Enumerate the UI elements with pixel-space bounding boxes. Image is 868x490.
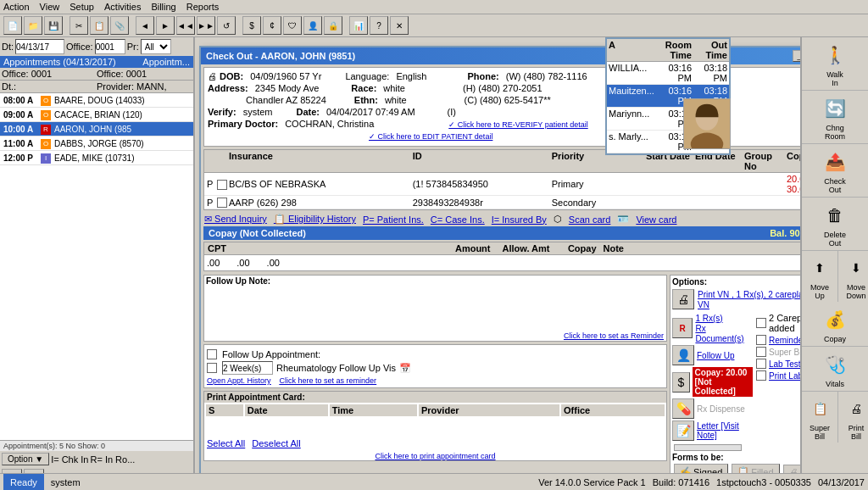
followup-calendar-icon[interactable]: 📅 — [399, 363, 411, 374]
menu-activities[interactable]: Activities — [104, 2, 141, 12]
phone-c: (C) (480) 625-5417** — [465, 95, 551, 105]
dt-input[interactable] — [15, 39, 64, 54]
appt-row-selected[interactable]: 10:00 A R AARON, JOHN (985 — [0, 122, 193, 136]
menu-reports[interactable]: Reports — [186, 2, 220, 12]
insurance-row-2[interactable]: P AARP (626) 298 2938493284938r Secondar… — [204, 196, 800, 209]
toolbar-chart[interactable]: 📊 — [349, 16, 368, 35]
case-ins-link[interactable]: C= Case Ins. — [431, 214, 485, 225]
print-bill-action[interactable]: 🖨 PrintBill — [838, 392, 868, 443]
room-row[interactable]: WILLIA... 03:16 PM 03:18 PM — [607, 62, 729, 85]
set-reminder-link-2[interactable]: Click here to set as reminder — [280, 376, 377, 385]
move-up-action[interactable]: ⬆ MoveUp — [802, 251, 838, 302]
toolbar-lock[interactable]: 🔒 — [324, 16, 342, 35]
toolbar-copy[interactable]: 📋 — [90, 16, 108, 35]
toolbar-dollar[interactable]: $ — [242, 16, 261, 35]
opt-print-vn-row: 🖨 Print VN , 1 Rx(s), 2 careplan(s) Fax … — [672, 289, 800, 309]
toolbar-shield[interactable]: 🛡 — [283, 16, 302, 35]
toolbar-x[interactable]: ✕ — [390, 16, 409, 35]
edit-link[interactable]: ✓ Click here to EDIT PATIENT detail — [369, 132, 492, 141]
superbill-cb[interactable] — [756, 347, 766, 357]
pr-label: Pr: — [127, 42, 139, 52]
vitals-action[interactable]: 🩺 Vitals — [802, 347, 868, 392]
appt-status-indicator: I — [41, 152, 53, 164]
rx-link[interactable]: 1 Rx(s) — [695, 314, 722, 323]
scan-card-link[interactable]: Scan card — [569, 214, 611, 225]
delete-action[interactable]: 🗑 DeleteOut — [802, 198, 868, 251]
send-inquiry-link[interactable]: ✉ Send Inquiry — [204, 214, 267, 225]
followup-note-box: Follow Up Note: Click here to set as Rem… — [203, 275, 667, 342]
select-all-link[interactable]: Select All — [207, 438, 245, 448]
eligibility-history-link[interactable]: 📋 Eligibility History — [274, 214, 356, 225]
labtest-cb[interactable] — [756, 359, 766, 369]
reverify-link[interactable]: ✓ Click here to RE-VERIFY patient detail — [448, 120, 587, 129]
menu-action[interactable]: Action — [3, 2, 30, 12]
followup-note-input[interactable] — [204, 287, 666, 329]
status-system: system — [51, 477, 81, 487]
toolbar-coin[interactable]: ¢ — [263, 16, 281, 35]
insured-by-link[interactable]: I= Insured By — [492, 214, 547, 225]
cpt-header: CPT Amount Allow. Amt Copay Note — [204, 242, 800, 255]
super-bill-action[interactable]: 📋 SuperBill — [802, 392, 838, 443]
appt-row[interactable]: 12:00 P I EADE, MIKE (10731) — [0, 151, 193, 165]
toolbar-cut[interactable]: ✂ — [70, 16, 88, 35]
opt-two-col: R 1 Rx(s) Rx Document(s) — [672, 311, 800, 443]
appt-row[interactable]: 08:00 A O BAARE, DOUG (14033) — [0, 93, 193, 108]
ins-check-1[interactable] — [214, 177, 226, 190]
ins-check-2[interactable] — [214, 196, 226, 209]
patient-ins-link[interactable]: P= Patient Ins. — [363, 214, 424, 225]
chng-room-action[interactable]: 🔄 ChngRoom — [802, 91, 868, 144]
labtest-link[interactable]: Lab Test — [769, 359, 800, 369]
menu-setup[interactable]: Setup — [70, 2, 94, 12]
room-col-time: Room Time — [658, 39, 693, 61]
option-btn[interactable]: Option ▼ — [2, 453, 49, 465]
toolbar-forward[interactable]: ► — [156, 16, 175, 35]
dialog-minimize[interactable]: _ — [793, 50, 800, 62]
view-card-link[interactable]: View card — [636, 214, 676, 225]
reminder-link[interactable]: Reminder — [769, 336, 800, 345]
super-bill-label: SuperBill — [810, 424, 830, 441]
copay-red-btn[interactable]: Copay: 20.00 [NotCollected] — [693, 367, 753, 397]
toolbar-forward2[interactable]: ►► — [197, 16, 215, 35]
followup-weeks-check[interactable] — [207, 363, 217, 373]
rx-docs-link[interactable]: Rx Document(s) — [695, 324, 743, 343]
print-appt-card-link[interactable]: Click here to print appointment card — [204, 452, 666, 460]
reminder-cb[interactable] — [756, 335, 766, 345]
followup-appt-check[interactable] — [207, 349, 217, 359]
copay-action[interactable]: 💰 Copay — [802, 302, 868, 347]
appt-row[interactable]: 09:00 A O CACACE, BRIAN (120) — [0, 108, 193, 122]
printlabel-cb[interactable] — [756, 370, 766, 381]
toolbar-person[interactable]: 👤 — [303, 16, 322, 35]
toolbar-new[interactable]: 📄 — [3, 16, 22, 35]
insurance-row-1[interactable]: P BC/BS OF NEBRASKA (1! 573845834950 Pri… — [204, 173, 800, 196]
pr-select[interactable]: All — [141, 39, 171, 54]
opt-rx-dispense-row: 💊 Rx Dispense — [672, 398, 753, 419]
print-vn-link[interactable]: Print VN , 1 Rx(s), 2 careplan(s) — [698, 290, 800, 299]
careplan-cb[interactable] — [756, 318, 766, 328]
menu-billing[interactable]: Billing — [151, 2, 175, 12]
menu-view[interactable]: View — [40, 2, 60, 12]
toolbar-back2[interactable]: ◄◄ — [176, 16, 195, 35]
toolbar-back[interactable]: ◄ — [136, 16, 154, 35]
ins-start-2 — [643, 202, 693, 203]
appt-row[interactable]: 11:00 A O DABBS, JORGE (8570) — [0, 136, 193, 151]
letter-link[interactable]: Letter [VisitNote] — [697, 421, 739, 440]
toolbar-open[interactable]: 📁 — [24, 16, 42, 35]
followup-weeks-input[interactable] — [222, 361, 273, 375]
set-reminder-link-1[interactable]: Click here to set as Reminder — [204, 331, 666, 341]
office-input[interactable] — [95, 39, 125, 54]
followup-link[interactable]: Follow Up — [697, 351, 734, 360]
ins-col-insurance: Insurance — [226, 150, 410, 172]
check-out-action[interactable]: 📤 CheckOut — [802, 144, 868, 198]
deselect-all-link[interactable]: Deselect All — [252, 438, 300, 448]
room-out: 03:18 PM — [693, 62, 729, 84]
opt-col-right: 2 Careplanadded Reminder — [756, 311, 800, 443]
toolbar-help[interactable]: ? — [370, 16, 388, 35]
toolbar-refresh[interactable]: ↺ — [217, 16, 236, 35]
move-down-action[interactable]: ⬇ MoveDown — [838, 251, 868, 302]
walk-in-action[interactable]: 🚶 WalkIn — [802, 37, 868, 91]
room-name: WILLIA... — [607, 62, 658, 84]
toolbar-paste[interactable]: 📎 — [110, 16, 129, 35]
open-history-link[interactable]: Open Appt. History — [207, 376, 271, 385]
toolbar-save[interactable]: 💾 — [44, 16, 63, 35]
printlabel-link[interactable]: Print Label — [769, 371, 800, 381]
